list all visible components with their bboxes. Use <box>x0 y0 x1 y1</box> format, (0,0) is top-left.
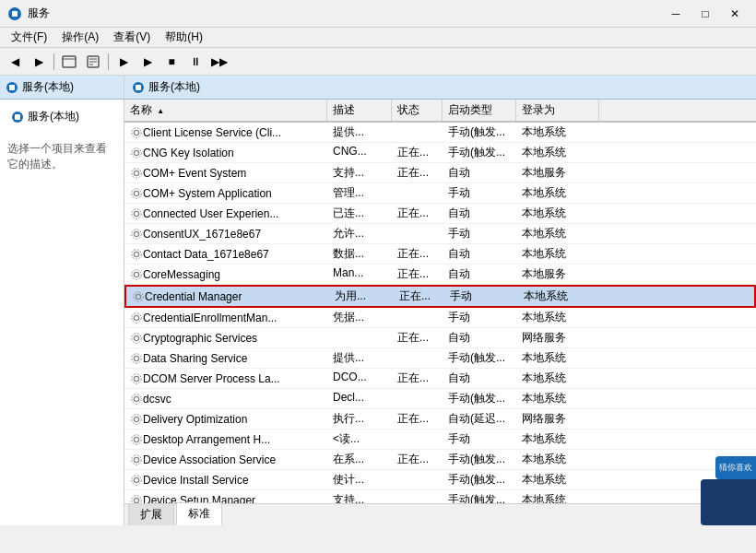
col-header-desc[interactable]: 描述 <box>327 100 392 121</box>
service-desc-cell: 使计... <box>327 470 392 489</box>
service-status-cell <box>392 348 443 368</box>
service-name-cell: COM+ System Application <box>124 183 327 203</box>
svg-point-15 <box>132 127 142 137</box>
left-description-text: 选择一个项目来查看它的描述。 <box>7 142 107 171</box>
back-button[interactable]: ◀ <box>4 51 26 73</box>
table-row[interactable]: Connected User Experien...已连...正在...自动本地… <box>124 204 756 224</box>
stop-service-button[interactable]: ■ <box>160 51 183 73</box>
menu-action[interactable]: 操作(A) <box>54 28 106 47</box>
service-desc-cell: 为用... <box>329 287 394 306</box>
properties-button[interactable] <box>82 51 104 73</box>
table-row[interactable]: Client License Service (Cli...提供...手动(触发… <box>124 123 756 143</box>
service-desc-cell: DCO... <box>327 369 392 388</box>
table-row[interactable]: Credential Manager为用...正在...手动本地系统 <box>124 285 756 308</box>
table-row[interactable]: CNG Key IsolationCNG...正在...手动(触发...本地系统 <box>124 143 756 163</box>
menu-file[interactable]: 文件(F) <box>4 28 54 47</box>
toolbar-sep-2 <box>108 53 109 70</box>
service-status-cell: 正在... <box>392 369 443 388</box>
services-table[interactable]: 名称 ▲ 描述 状态 启动类型 登录为 Client License S <box>124 100 756 503</box>
service-desc-cell: <读... <box>327 429 392 449</box>
menu-help[interactable]: 帮助(H) <box>158 28 210 47</box>
services-local-label: 服务(本地) <box>28 109 79 124</box>
table-row[interactable]: Cryptographic Services正在...自动网络服务 <box>124 328 756 348</box>
svg-point-32 <box>134 315 138 320</box>
service-name-text: DCOM Server Process La... <box>143 372 280 385</box>
col-header-name[interactable]: 名称 ▲ <box>124 100 327 121</box>
restart-service-button[interactable]: ▶▶ <box>208 51 230 73</box>
service-startup-cell: 手动(触发... <box>443 389 516 408</box>
svg-rect-13 <box>136 85 141 90</box>
table-row[interactable]: Device Install Service使计...手动(触发...本地系统 <box>124 470 756 490</box>
svg-point-35 <box>132 333 142 343</box>
service-name-text: COM+ Event System <box>143 167 246 180</box>
right-widget[interactable]: 猜你喜欢 <box>715 456 756 479</box>
service-desc-cell: 凭据... <box>327 308 392 327</box>
svg-point-50 <box>134 498 138 502</box>
service-desc-cell: 提供... <box>327 348 392 368</box>
service-startup-cell: 手动(触发... <box>443 348 516 368</box>
table-row[interactable]: ConsentUX_1671e8e67允许...手动本地系统 <box>124 224 756 244</box>
service-name-text: Client License Service (Cli... <box>143 126 281 139</box>
tab-standard[interactable]: 标准 <box>176 502 222 525</box>
service-icon <box>130 312 143 324</box>
service-icon <box>130 268 143 281</box>
service-name-cell: CNG Key Isolation <box>124 143 327 162</box>
menu-view[interactable]: 查看(V) <box>106 28 158 47</box>
services-local-tree-item[interactable]: 服务(本地) <box>7 107 116 126</box>
svg-point-31 <box>134 291 144 301</box>
forward-button[interactable]: ▶ <box>28 51 50 73</box>
svg-point-38 <box>134 376 138 381</box>
svg-point-17 <box>132 147 142 158</box>
console-icon <box>62 54 77 69</box>
start-service2-button[interactable]: ▶ <box>136 51 159 73</box>
service-desc-cell: 支持... <box>327 163 392 182</box>
service-startup-cell: 手动 <box>444 287 518 306</box>
table-row[interactable]: Contact Data_1671e8e67数据...正在...自动本地系统 <box>124 244 756 265</box>
table-row[interactable]: DCOM Server Process La...DCO...正在...自动本地… <box>124 369 756 389</box>
service-name-cell: Delivery Optimization <box>124 409 327 429</box>
svg-point-33 <box>132 312 142 323</box>
service-icon <box>130 393 143 406</box>
col-header-status[interactable]: 状态 <box>392 100 443 121</box>
service-login-cell: 本地系统 <box>518 287 601 306</box>
close-button[interactable]: ✕ <box>721 4 749 24</box>
svg-point-48 <box>134 477 138 482</box>
minimize-button[interactable]: ─ <box>662 4 690 24</box>
show-console-button[interactable] <box>58 51 80 73</box>
col-header-login[interactable]: 登录为 <box>516 100 599 121</box>
table-row[interactable]: Data Sharing Service提供...手动(触发...本地系统 <box>124 348 756 369</box>
col-header-startup[interactable]: 启动类型 <box>443 100 516 121</box>
service-name-cell: COM+ Event System <box>124 163 327 182</box>
right-panel-header-text: 服务(本地) <box>148 79 200 95</box>
table-row[interactable]: COM+ System Application管理...手动本地系统 <box>124 183 756 204</box>
service-icon <box>130 332 143 345</box>
service-startup-cell: 手动 <box>443 183 516 203</box>
table-row[interactable]: dcsvcDecl...手动(触发...本地系统 <box>124 389 756 409</box>
service-icon <box>130 167 143 180</box>
svg-rect-2 <box>63 56 76 67</box>
service-name-cell: Device Setup Manager <box>124 490 327 503</box>
table-row[interactable]: Delivery Optimization执行...正在...自动(延迟...网… <box>124 409 756 429</box>
service-status-cell <box>392 389 443 408</box>
maximize-button[interactable]: □ <box>691 4 719 24</box>
table-row[interactable]: CredentialEnrollmentMan...凭据...手动本地系统 <box>124 308 756 328</box>
table-row[interactable]: COM+ Event System支持...正在...自动本地服务 <box>124 163 756 183</box>
sort-arrow-name: ▲ <box>157 107 164 115</box>
service-name-cell: Contact Data_1671e8e67 <box>124 244 327 264</box>
service-icon <box>130 187 143 200</box>
service-name-text: dcsvc <box>143 393 171 406</box>
service-startup-cell: 自动 <box>443 369 516 388</box>
table-row[interactable]: CoreMessagingMan...正在...自动本地服务 <box>124 265 756 285</box>
table-row[interactable]: Desktop Arrangement H...<读...手动本地系统 <box>124 429 756 450</box>
table-row[interactable]: Device Setup Manager支持...手动(触发...本地系统 <box>124 490 756 503</box>
services-local-icon <box>11 111 24 124</box>
pause-service-button[interactable]: ⏸ <box>184 51 207 73</box>
service-status-cell <box>392 123 443 142</box>
properties-icon <box>86 54 100 69</box>
svg-point-16 <box>134 150 138 155</box>
table-row[interactable]: Device Association Service在系...正在...手动(触… <box>124 450 756 470</box>
tab-expand[interactable]: 扩展 <box>128 503 174 525</box>
start-service-button[interactable]: ▶ <box>112 51 135 73</box>
service-startup-cell: 手动 <box>443 308 516 327</box>
service-status-cell <box>392 308 443 327</box>
